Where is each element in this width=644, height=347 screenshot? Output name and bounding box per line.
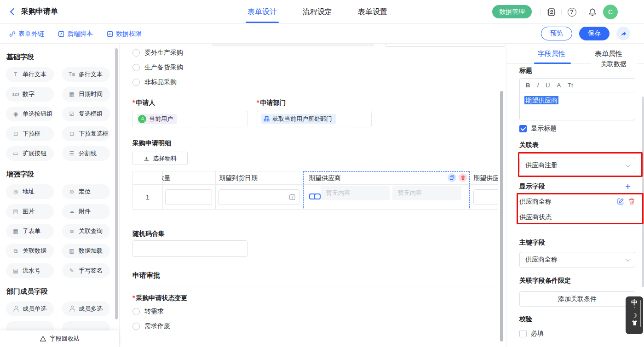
field-recycle-bin[interactable]: 字段回收站 <box>0 330 119 347</box>
canvas-scrollbar[interactable] <box>500 91 503 341</box>
copy-column-icon[interactable] <box>448 173 456 182</box>
field-button-checkbox-group[interactable]: ☑复选框组 <box>62 107 110 121</box>
title-editor-body[interactable]: 期望供应商 <box>520 92 635 109</box>
field-button-partial[interactable] <box>6 321 54 330</box>
field-button-divider[interactable]: ☰分割线 <box>62 146 110 161</box>
backend-script-link[interactable]: 后端脚本 <box>58 30 93 38</box>
data-manage-button[interactable]: 数据管理 <box>492 5 532 18</box>
bold-button[interactable]: B <box>526 82 530 89</box>
link-icon <box>9 31 16 37</box>
field-button-address[interactable]: ◎地址 <box>6 184 54 199</box>
title-editor[interactable]: B I U A Tt 期望供应商 <box>519 78 635 120</box>
field-button-member-multi[interactable]: 成员多选 <box>62 301 110 316</box>
date-input[interactable] <box>218 189 299 205</box>
date-picker-icon[interactable] <box>289 193 296 200</box>
save-button[interactable]: 保存 <box>579 27 610 40</box>
user-avatar[interactable]: C <box>603 5 618 19</box>
field-button-multi-line-text[interactable]: T≡多行文本 <box>62 67 110 82</box>
primary-key-select[interactable]: 供应商全称 <box>519 252 635 267</box>
notification-bell-icon[interactable] <box>586 6 598 18</box>
field-button-data-load[interactable]: ▥数据加载 <box>62 244 110 258</box>
radio-icon[interactable] <box>132 323 140 330</box>
field-button-number[interactable]: 123数字 <box>6 87 54 102</box>
add-condition-button[interactable]: 添加关联条件 <box>519 291 635 307</box>
field-button-radio-group[interactable]: ◉单选按钮组 <box>6 107 54 121</box>
ime-language-mode[interactable]: 中 <box>631 299 638 306</box>
tab-form-design[interactable]: 表单设计 <box>247 0 277 24</box>
condition-label: 关联字段条件限定 <box>519 277 571 285</box>
department-field[interactable]: 品 获取当前用户所处部门 <box>257 111 372 127</box>
field-button-attachment[interactable]: ☁附件 <box>62 204 110 219</box>
display-field-row[interactable]: 供应商状态 <box>519 213 635 222</box>
radio-icon[interactable] <box>132 64 140 71</box>
underline-button[interactable]: U <box>546 82 550 89</box>
help-icon[interactable]: ? <box>566 6 578 18</box>
field-button-signature[interactable]: ✎手写签名 <box>62 263 110 278</box>
back-icon[interactable] <box>10 8 17 16</box>
supplier2-input[interactable] <box>473 189 498 205</box>
linked-data-icon[interactable] <box>309 193 322 200</box>
column-header-expected-supplier[interactable]: 期望供应商 <box>309 171 410 184</box>
required-checkbox[interactable] <box>519 330 527 337</box>
ime-punctuation-icon[interactable]: ' <box>634 307 635 311</box>
column-header-expected-supplier-2[interactable]: 期望供应商 <box>473 171 498 184</box>
form-external-link[interactable]: 表单外链 <box>9 30 44 38</box>
section-divider <box>132 286 496 286</box>
field-button-subform[interactable]: ▦子表单 <box>6 224 54 239</box>
ime-drag-handle[interactable] <box>640 300 641 327</box>
supplier-placeholder-2[interactable]: 暂无内容 <box>392 186 461 200</box>
ime-skin-icon[interactable] <box>631 320 638 326</box>
form-toolbar: 表单外链 后端脚本 数据权限 预览 保存 <box>0 24 644 44</box>
italic-button[interactable]: I <box>537 82 539 89</box>
share-button[interactable] <box>616 27 630 40</box>
display-field-row[interactable]: 供应商全称 <box>519 198 635 206</box>
panel-scrollbar[interactable] <box>642 97 644 287</box>
serial-number-icon: ▤ <box>12 267 19 274</box>
section-title-member-fields: 部门成员字段 <box>6 287 119 296</box>
ime-halfwidth-moon-icon[interactable]: ☽ <box>632 312 637 319</box>
radio-icon[interactable] <box>132 49 140 57</box>
calendar-icon: ▦ <box>68 91 75 97</box>
field-button-dropdown[interactable]: ⊡下拉框 <box>6 126 54 141</box>
delete-column-icon[interactable] <box>459 173 467 182</box>
multi-dropdown-icon: ⊟ <box>68 131 75 137</box>
sidebar-scrollbar[interactable] <box>115 48 118 319</box>
field-button-location[interactable]: ⊕定位 <box>62 184 110 199</box>
delete-field-icon[interactable] <box>628 198 635 205</box>
font-size-button[interactable]: Tt <box>568 82 573 89</box>
input-method-toolbar[interactable]: 中 ' ☽ <box>626 296 643 334</box>
field-button-image[interactable]: ▤图片 <box>6 204 54 219</box>
field-button-linked-query[interactable]: ⧈关联查询 <box>62 224 110 239</box>
add-display-field-icon[interactable]: + <box>625 182 631 191</box>
tab-form-settings[interactable]: 表单设置 <box>358 0 387 24</box>
edit-field-icon[interactable] <box>617 198 624 205</box>
image-icon: ▤ <box>12 208 19 215</box>
field-button-linked-data[interactable]: ⧉关联数据 <box>6 244 54 258</box>
linked-table-select[interactable]: 供应商注册 <box>519 158 635 173</box>
tab-flow-settings[interactable]: 流程设定 <box>303 0 332 24</box>
field-button-serial-number[interactable]: ▤流水号 <box>6 263 54 278</box>
column-header-quantity[interactable]: 数量 <box>162 171 215 184</box>
select-material-button[interactable]: 选择物料 <box>132 152 188 165</box>
applicant-field[interactable]: 当前用户 <box>132 111 247 127</box>
radio-icon: ◉ <box>12 111 19 117</box>
radio-icon[interactable] <box>132 308 140 315</box>
contacts-icon[interactable] <box>545 6 557 18</box>
field-button-partial[interactable] <box>62 321 110 330</box>
data-permission-link[interactable]: 数据权限 <box>107 30 142 38</box>
field-button-single-line-text[interactable]: T单行文本 <box>6 67 54 82</box>
supplier-placeholder-1[interactable]: 暂无内容 <box>321 186 390 200</box>
tab-field-properties[interactable]: 字段属性 <box>538 44 565 64</box>
random-code-input[interactable] <box>132 240 247 257</box>
quantity-input[interactable] <box>165 189 212 205</box>
field-button-multi-dropdown[interactable]: ⊟下拉复选框 <box>62 126 110 141</box>
radio-icon[interactable] <box>132 79 140 86</box>
preview-button[interactable]: 预览 <box>541 27 572 40</box>
field-button-extend-button[interactable]: ▭扩展按钮 <box>6 146 54 161</box>
font-color-button[interactable]: A <box>557 82 561 89</box>
field-button-member-single[interactable]: 成员单选 <box>6 301 54 316</box>
show-title-checkbox[interactable] <box>519 125 527 132</box>
page-title[interactable]: 采购申请单 <box>21 7 58 19</box>
column-header-expected-date[interactable]: 期望到货日期 <box>219 171 303 184</box>
field-button-datetime[interactable]: ▦日期时间 <box>62 87 110 102</box>
